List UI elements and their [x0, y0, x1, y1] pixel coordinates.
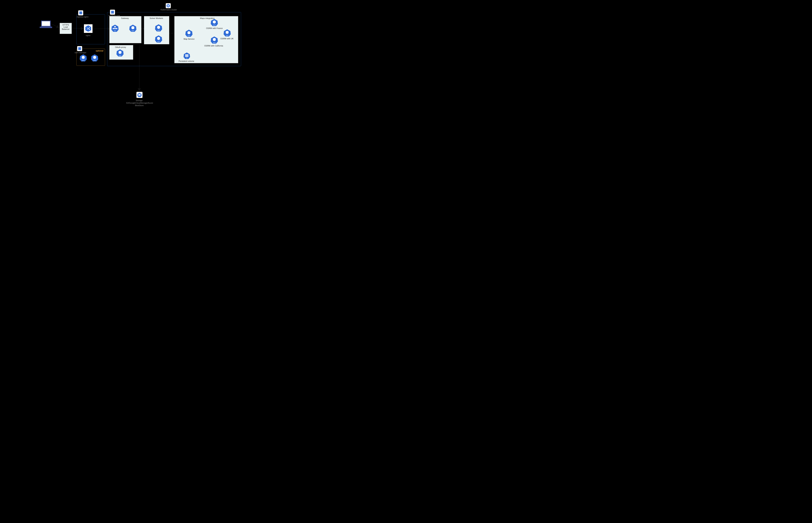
cert-manager-ns-icon	[77, 46, 82, 51]
pod-tag: pod	[91, 59, 99, 61]
osrm-uk-label: OSRM with UK	[220, 37, 233, 40]
pod-tag: pod	[155, 30, 163, 31]
solver-workers-label: Solver Workers	[150, 17, 163, 19]
osrm-california-pod: pod	[210, 36, 218, 44]
pod-tag: pod	[116, 54, 124, 56]
timefold-orbit-ns-icon	[110, 10, 115, 15]
svg-rect-18	[113, 28, 114, 29]
ing-tag: ing	[84, 31, 93, 32]
gateway-svc: svc	[111, 24, 119, 32]
osrm-france-pod: pod	[210, 19, 218, 26]
ingress-nginx-ns-icon	[78, 11, 83, 15]
svg-rect-19	[114, 28, 116, 29]
pod-tag: pod	[185, 35, 193, 36]
storage-label-3: BlobStore	[135, 104, 144, 107]
pod-tag: pod	[155, 40, 163, 42]
svg-rect-47	[185, 56, 188, 57]
osrm-france-label: OSRM with France	[206, 27, 223, 29]
cert-manager-label: cert-manager	[75, 52, 86, 54]
cert-manager-pod-1: pod	[79, 54, 87, 62]
cert-manager-pod-2: pod	[91, 54, 99, 62]
svg-rect-20	[116, 28, 117, 29]
map-service-label: Map Service	[184, 38, 194, 40]
lb-line1: HTTPS	[60, 24, 72, 26]
client-laptop-icon	[40, 20, 52, 29]
gateway-pod: pod	[129, 24, 137, 32]
diagram-canvas: HTTPS Load Balancer Kubernates cluster i…	[0, 0, 271, 175]
svc-tag: svc	[111, 30, 119, 32]
nginx-ingress: ing	[84, 24, 93, 33]
svg-rect-12	[78, 47, 81, 50]
kubernetes-cluster-label: Kubernates cluster	[157, 8, 181, 11]
gateway-label: Gateway	[121, 17, 129, 19]
storage-icon	[136, 92, 143, 98]
persistent-volume-sc: sc	[183, 52, 190, 59]
lb-line2: Load	[60, 26, 72, 28]
svg-rect-14	[111, 11, 114, 14]
map-service-pod: pod	[185, 29, 193, 37]
pod-tag: pod	[129, 30, 137, 32]
pod-tag: pod	[210, 24, 218, 26]
sc-tag: sc	[183, 57, 190, 59]
solver-pod-2: pod	[155, 35, 163, 43]
persistent-volume-label: Persistent volume	[178, 60, 194, 62]
svg-rect-1	[42, 21, 50, 26]
svg-rect-50	[138, 95, 141, 95]
oauth-pod: pod	[116, 49, 124, 57]
pod-tag: pod	[79, 59, 87, 61]
pod-tag: pod	[223, 35, 231, 36]
svg-rect-17	[114, 26, 116, 27]
pod-tag: pod	[210, 42, 218, 43]
svg-rect-9	[79, 12, 82, 14]
lb-line3: Balancer	[60, 28, 72, 30]
svg-rect-46	[185, 54, 188, 55]
osrm-california-label: OSRM with California	[204, 45, 223, 47]
osrm-uk-pod: pod	[223, 29, 231, 37]
https-load-balancer: HTTPS Load Balancer	[60, 23, 72, 34]
solver-pod-1: pod	[155, 24, 163, 32]
storage-label-1: Storage	[136, 100, 143, 102]
kubernetes-icon	[166, 3, 171, 8]
oauth-proxy-label: OAuth-proxy	[115, 46, 126, 48]
storage-label-2: S3/GoogleCloudStorage/Azure	[126, 102, 153, 104]
svg-rect-49	[138, 94, 141, 95]
ingress-nginx-label: ingress-nginx	[77, 16, 89, 18]
nginx-label: nginx	[86, 34, 90, 36]
optional-label: optional	[96, 50, 103, 52]
svg-rect-2	[40, 26, 52, 28]
